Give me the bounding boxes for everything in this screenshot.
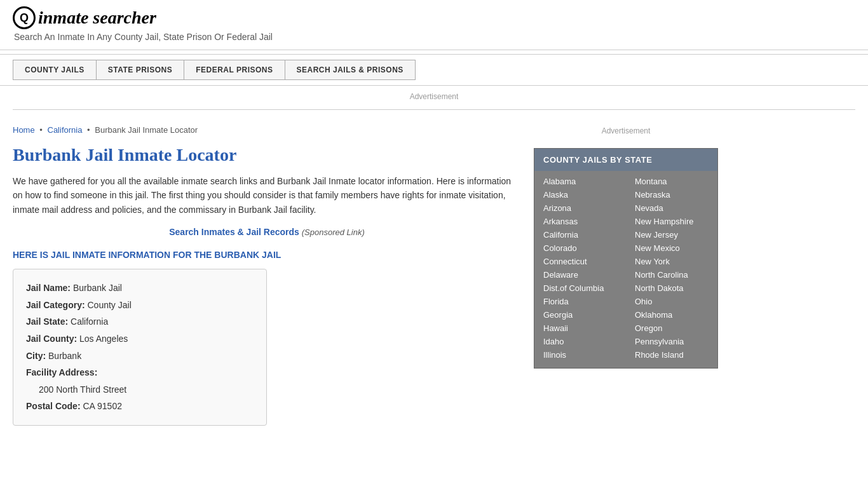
state-link[interactable]: Arkansas	[534, 215, 626, 228]
jail-county-label: Jail County:	[26, 334, 77, 344]
nav-federal-prisons[interactable]: FEDERAL PRISONS	[184, 60, 285, 80]
state-col1: AlabamaAlaskaArizonaArkansasCaliforniaCo…	[534, 175, 626, 362]
state-link[interactable]: Alabama	[534, 175, 626, 188]
jail-state-label: Jail State:	[26, 316, 68, 327]
state-link[interactable]: Colorado	[534, 241, 626, 255]
jail-address-label: Facility Address:	[26, 367, 97, 377]
jail-city-val: Burbank	[48, 351, 81, 361]
sponsored-link-container: Search Inmates & Jail Records (Sponsored…	[13, 227, 521, 237]
sidebar: Advertisement COUNTY JAILS BY STATE Alab…	[534, 114, 718, 432]
state-link[interactable]: New York	[626, 255, 717, 268]
state-list-box: COUNTY JAILS BY STATE AlabamaAlaskaArizo…	[534, 148, 718, 369]
breadcrumb-sep2: •	[87, 125, 90, 135]
jail-postal-label: Postal Code:	[26, 401, 81, 411]
state-link[interactable]: California	[534, 228, 626, 241]
state-list-title: COUNTY JAILS BY STATE	[534, 149, 717, 171]
description-text: We have gathered for you all the availab…	[13, 174, 521, 217]
state-link[interactable]: Montana	[626, 175, 717, 188]
navigation: COUNTY JAILS STATE PRISONS FEDERAL PRISO…	[0, 54, 868, 86]
breadcrumb-current: Burbank Jail Inmate Locator	[95, 125, 198, 135]
state-link[interactable]: New Jersey	[626, 228, 717, 241]
page-title: Burbank Jail Inmate Locator	[13, 145, 521, 165]
state-link[interactable]: New Hampshire	[626, 215, 717, 228]
state-link[interactable]: Rhode Island	[626, 348, 717, 362]
jail-state-val: California	[71, 316, 108, 327]
state-link[interactable]: Oregon	[626, 322, 717, 335]
jail-state-row: Jail State: California	[26, 313, 254, 330]
jail-category-val: County Jail	[87, 300, 131, 310]
jail-name-label: Jail Name:	[26, 283, 71, 293]
state-link[interactable]: Oklahoma	[626, 308, 717, 322]
state-link[interactable]: Florida	[534, 295, 626, 308]
jail-county-val: Los Angeles	[79, 334, 128, 344]
jail-category-row: Jail Category: County Jail	[26, 297, 254, 314]
state-link[interactable]: North Dakota	[626, 281, 717, 295]
state-link[interactable]: Idaho	[534, 335, 626, 348]
state-link[interactable]: Delaware	[534, 268, 626, 281]
sponsored-note-text: (Sponsored Link)	[302, 227, 365, 237]
header: Q inmate searcher Search An Inmate In An…	[0, 0, 868, 46]
state-link[interactable]: Hawaii	[534, 322, 626, 335]
state-link[interactable]: Pennsylvania	[626, 335, 717, 348]
header-divider	[0, 50, 868, 50]
jail-address-row: Facility Address:	[26, 364, 254, 381]
state-link[interactable]: Connecticut	[534, 255, 626, 268]
state-link[interactable]: Ohio	[626, 295, 717, 308]
nav-state-prisons[interactable]: STATE PRISONS	[96, 60, 184, 80]
state-link[interactable]: North Carolina	[626, 268, 717, 281]
breadcrumb-home[interactable]: Home	[13, 125, 35, 135]
main-content: Home • California • Burbank Jail Inmate …	[13, 114, 521, 432]
nav-county-jails[interactable]: COUNTY JAILS	[13, 60, 97, 80]
breadcrumb-california[interactable]: California	[48, 125, 83, 135]
logo-q-letter: Q	[20, 11, 29, 25]
logo-area: Q inmate searcher	[13, 6, 855, 29]
jail-postal-row: Postal Code: CA 91502	[26, 398, 254, 415]
state-link[interactable]: Dist.of Columbia	[534, 281, 626, 295]
state-link[interactable]: New Mexico	[626, 241, 717, 255]
breadcrumb-sep1: •	[39, 125, 43, 135]
jail-info-header: HERE IS JAIL INMATE INFORMATION FOR THE …	[13, 250, 521, 260]
state-link[interactable]: Nevada	[626, 201, 717, 215]
sidebar-ad: Advertisement	[534, 120, 718, 148]
sponsored-link-anchor[interactable]: Search Inmates & Jail Records	[169, 227, 299, 237]
state-link[interactable]: Illinois	[534, 348, 626, 362]
state-link[interactable]: Nebraska	[626, 188, 717, 201]
logo-icon: Q	[13, 6, 36, 29]
breadcrumb: Home • California • Burbank Jail Inmate …	[13, 125, 521, 135]
tagline: Search An Inmate In Any County Jail, Sta…	[14, 32, 855, 42]
ad-divider	[13, 109, 855, 110]
jail-category-label: Jail Category:	[26, 300, 85, 310]
jail-postal-val: CA 91502	[83, 401, 122, 411]
content-area: Home • California • Burbank Jail Inmate …	[0, 114, 868, 432]
jail-info-box: Jail Name: Burbank Jail Jail Category: C…	[13, 269, 267, 426]
nav-search-jails-prisons[interactable]: SEARCH JAILS & PRISONS	[285, 60, 416, 80]
jail-name-row: Jail Name: Burbank Jail	[26, 280, 254, 297]
state-list-grid: AlabamaAlaskaArizonaArkansasCaliforniaCo…	[534, 171, 717, 368]
state-link[interactable]: Alaska	[534, 188, 626, 201]
state-link[interactable]: Georgia	[534, 308, 626, 322]
jail-county-row: Jail County: Los Angeles	[26, 330, 254, 348]
state-link[interactable]: Arizona	[534, 201, 626, 215]
jail-name-val: Burbank Jail	[73, 283, 122, 293]
jail-address-val: 200 North Third Street	[39, 384, 126, 395]
top-ad-banner: Advertisement	[13, 86, 855, 104]
state-col2: MontanaNebraskaNevadaNew HampshireNew Je…	[626, 175, 717, 362]
jail-city-label: City:	[26, 351, 46, 361]
jail-city-row: City: Burbank	[26, 348, 254, 365]
logo-text: inmate searcher	[38, 8, 156, 28]
jail-address-value-row: 200 North Third Street	[26, 381, 254, 398]
